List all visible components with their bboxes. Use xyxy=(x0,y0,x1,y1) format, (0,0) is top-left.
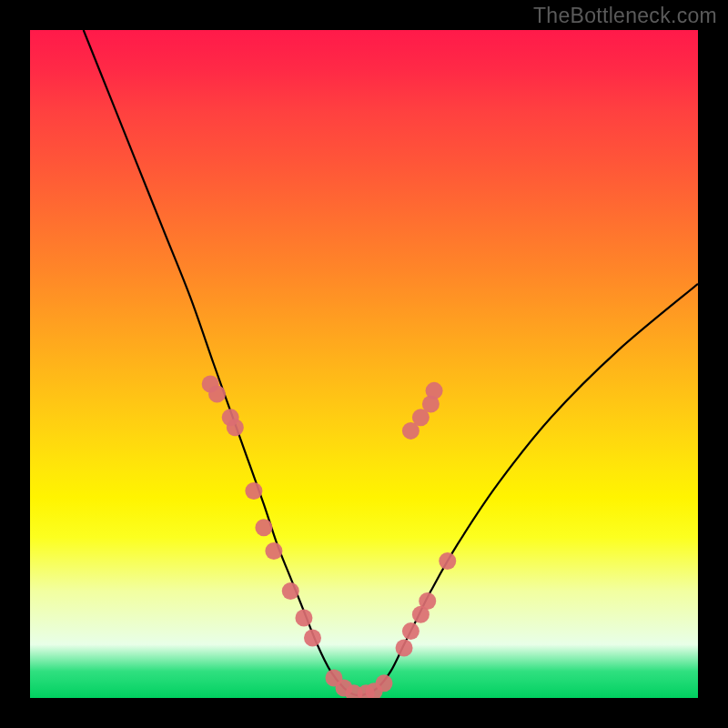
data-marker xyxy=(208,386,226,403)
data-marker xyxy=(402,622,420,640)
data-marker xyxy=(396,639,413,656)
chart-plot-area xyxy=(30,30,698,698)
curve-group xyxy=(84,30,698,695)
data-marker xyxy=(376,674,393,692)
data-marker xyxy=(265,542,282,560)
chart-svg xyxy=(30,30,698,698)
data-marker xyxy=(304,629,321,646)
data-marker xyxy=(426,382,443,399)
watermark-text: TheBottleneck.com xyxy=(533,4,717,28)
markers-group xyxy=(202,376,457,698)
data-marker xyxy=(419,592,436,610)
data-marker xyxy=(439,552,456,570)
data-marker xyxy=(227,419,244,436)
bottleneck-curve xyxy=(84,30,698,695)
data-marker xyxy=(295,609,312,626)
data-marker xyxy=(255,519,272,536)
data-marker xyxy=(282,582,299,600)
data-marker xyxy=(245,482,262,500)
